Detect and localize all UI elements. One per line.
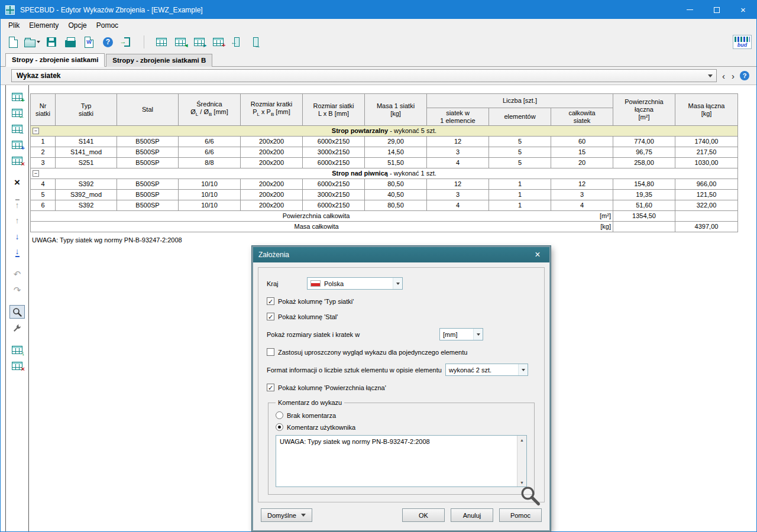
minimize-button[interactable] [677, 1, 703, 19]
cell[interactable]: 6/6 [179, 147, 241, 158]
collapse-icon[interactable]: − [33, 170, 39, 177]
cell[interactable]: 322,00 [675, 200, 738, 211]
cell[interactable]: 4 [31, 179, 56, 190]
delete-position-button[interactable]: × [9, 176, 25, 189]
new-file-button[interactable] [5, 34, 21, 50]
cell[interactable]: S141 [56, 137, 117, 147]
cell[interactable]: 51,60 [613, 200, 675, 211]
menu-elementy[interactable]: Elementy [24, 20, 63, 31]
cell[interactable]: 12 [551, 179, 613, 190]
export-table-button[interactable]: ↓ [9, 343, 25, 356]
table-layout-button[interactable] [153, 34, 169, 50]
checkbox-typ-siatki[interactable]: ✓ [267, 297, 274, 305]
cell[interactable]: 2 [31, 147, 56, 158]
wykaz-help-icon[interactable]: ? [740, 71, 749, 80]
cell[interactable]: 5 [489, 147, 551, 158]
cell[interactable]: 200x200 [241, 200, 303, 211]
cell[interactable]: S141_mod [56, 147, 117, 158]
format-select[interactable]: wykonać 2 szt. [445, 364, 528, 376]
undo-button[interactable]: ↶ [9, 267, 25, 281]
exit-button[interactable]: → [119, 34, 135, 50]
cell[interactable]: 8/8 [179, 158, 241, 168]
checkbox-powierzchnia[interactable]: ✓ [267, 384, 274, 391]
print-button[interactable] [62, 34, 78, 50]
cell[interactable]: 12 [427, 179, 489, 190]
cell[interactable]: 3 [31, 158, 56, 168]
cell[interactable]: 1 [489, 200, 551, 211]
cell[interactable]: 19,35 [613, 190, 675, 200]
cell[interactable]: 3 [427, 147, 489, 158]
cell[interactable]: S251 [56, 158, 117, 168]
cell[interactable]: 1740,00 [675, 137, 738, 147]
cell[interactable]: 3000x2150 [303, 147, 365, 158]
merge-position-button[interactable]: × [9, 154, 25, 167]
insert-position-button[interactable]: ← [9, 106, 25, 119]
add-position-button[interactable]: + [9, 90, 25, 103]
textarea-scrollbar[interactable]: ▲ ▼ [517, 436, 526, 486]
import-element-button[interactable]: ← [229, 34, 245, 50]
prev-wykaz-arrow[interactable]: ‹ [721, 72, 726, 80]
cell[interactable]: 3000x2150 [303, 190, 365, 200]
cell[interactable]: 15 [551, 147, 613, 158]
close-button[interactable]: × [730, 1, 756, 19]
cell[interactable]: 80,50 [365, 179, 427, 190]
cell[interactable]: 6 [31, 200, 56, 211]
tab-stropy-zbrojenie-siatkami[interactable]: Stropy - zbrojenie siatkami [5, 53, 105, 67]
redo-button[interactable]: ↷ [9, 283, 25, 297]
cell[interactable]: 1 [31, 137, 56, 147]
cell[interactable]: 4 [427, 158, 489, 168]
cell[interactable]: 12 [427, 137, 489, 147]
save-button[interactable] [43, 34, 59, 50]
ok-button[interactable]: OK [402, 508, 445, 522]
komentarz-text[interactable]: UWAGA: Typy siatek wg normy PN-B-93247-2… [276, 436, 517, 486]
cell[interactable]: B500SP [117, 158, 179, 168]
cell[interactable]: 200x200 [241, 137, 303, 147]
cell[interactable]: 3 [427, 190, 489, 200]
anuluj-button[interactable]: Anuluj [451, 508, 493, 522]
cell[interactable]: 4 [427, 200, 489, 211]
next-wykaz-arrow[interactable]: › [730, 72, 736, 80]
cell[interactable]: 51,50 [365, 158, 427, 168]
domyslne-button[interactable]: Domyślne [261, 508, 312, 522]
cell[interactable]: 1 [489, 190, 551, 200]
cell[interactable]: 80,50 [365, 200, 427, 211]
menu-plik[interactable]: Plik [4, 20, 24, 31]
cell[interactable]: 20 [551, 158, 613, 168]
cell[interactable]: 5 [489, 137, 551, 147]
dialog-close-icon[interactable]: × [531, 250, 544, 259]
cell[interactable]: B500SP [117, 190, 179, 200]
delete-table-button[interactable]: × [9, 359, 25, 372]
cell[interactable]: B500SP [117, 200, 179, 211]
cell[interactable]: 6000x2150 [303, 200, 365, 211]
add-element-button[interactable]: ◂ [172, 34, 188, 50]
cell[interactable]: B500SP [117, 147, 179, 158]
menu-pomoc[interactable]: Pomoc [92, 20, 123, 31]
cell[interactable]: 154,80 [613, 179, 675, 190]
move-bottom-button[interactable]: ↓ [9, 245, 25, 259]
cell[interactable]: 5 [31, 190, 56, 200]
dialog-titlebar[interactable]: Założenia × [253, 247, 549, 262]
komentarz-textarea[interactable]: UWAGA: Typy siatek wg normy PN-B-93247-2… [276, 435, 527, 487]
scroll-up-icon[interactable]: ▲ [517, 436, 527, 444]
scroll-down-icon[interactable]: ▼ [517, 478, 527, 486]
cell[interactable]: 10/10 [179, 190, 241, 200]
help-button[interactable]: ? [100, 34, 116, 50]
copy-position-button[interactable]: + [9, 138, 25, 151]
cell[interactable]: 14,50 [365, 147, 427, 158]
cell[interactable]: 6000x2150 [303, 179, 365, 190]
cell[interactable]: 1 [489, 179, 551, 190]
settings-button[interactable] [9, 321, 25, 335]
radio-komentarz-uzytkownika[interactable] [276, 423, 283, 431]
cell[interactable]: 217,50 [675, 147, 738, 158]
menu-opcje[interactable]: Opcje [63, 20, 91, 31]
cell[interactable]: 200x200 [241, 147, 303, 158]
cell[interactable]: B500SP [117, 137, 179, 147]
cell[interactable]: S392 [56, 179, 117, 190]
cell[interactable]: S392 [56, 200, 117, 211]
cell[interactable]: 200x200 [241, 179, 303, 190]
cell[interactable]: 774,00 [613, 137, 675, 147]
zoom-button[interactable] [9, 305, 25, 319]
cell[interactable]: 3 [551, 190, 613, 200]
cell[interactable]: 10/10 [179, 200, 241, 211]
cell[interactable]: 5 [489, 158, 551, 168]
